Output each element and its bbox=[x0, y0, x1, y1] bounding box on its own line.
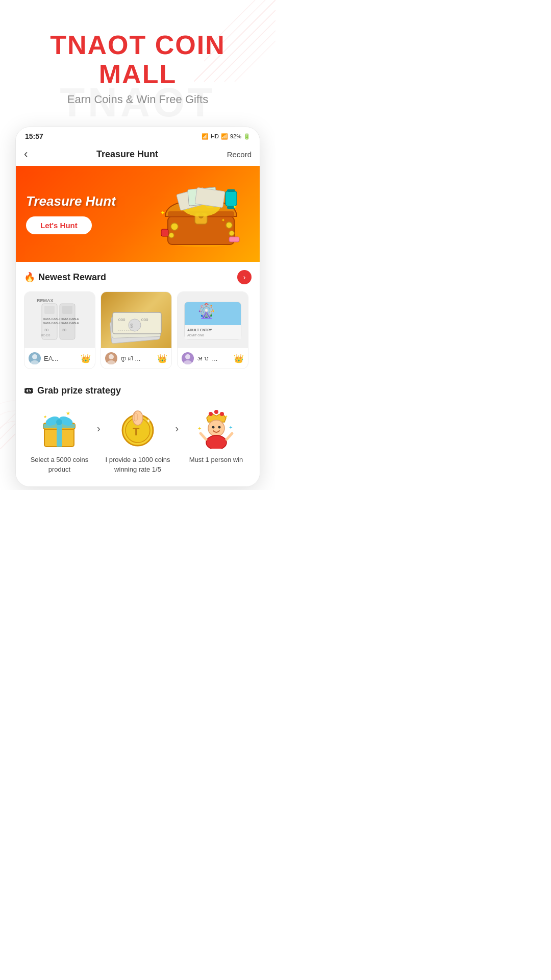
svg-point-80 bbox=[218, 426, 220, 429]
section-title: 🔥 Newest Reward bbox=[24, 272, 106, 283]
svg-rect-19 bbox=[227, 189, 235, 192]
fire-icon: 🔥 bbox=[24, 272, 35, 283]
top-section: TNAOT TNAOT COIN MALL Earn Coins & Win F… bbox=[0, 0, 276, 116]
user-avatar-1 bbox=[29, 352, 41, 364]
reward-image-money: 000 000 $ - - - - - - - - - bbox=[101, 292, 171, 348]
step-3-label: Must 1 person win bbox=[189, 455, 243, 464]
strategy-step-3: ✦ ✦ ✦ Must 1 person win bbox=[181, 408, 252, 464]
svg-point-49 bbox=[107, 360, 115, 364]
battery-icon: 🔋 bbox=[243, 133, 251, 140]
banner: Treasure Hunt Let's Hunt bbox=[16, 166, 260, 262]
svg-text:ADMIT ONE: ADMIT ONE bbox=[187, 334, 204, 337]
svg-text:🎡: 🎡 bbox=[197, 303, 215, 320]
ticket-product-image: 🎡 ADULT ENTRY ADMIT ONE bbox=[182, 295, 243, 346]
wifi-icon: 📶 bbox=[202, 133, 209, 140]
svg-text:DATA CABLE: DATA CABLE bbox=[43, 317, 61, 321]
svg-point-14 bbox=[171, 223, 178, 230]
battery-text: 92% bbox=[230, 133, 241, 139]
svg-line-83 bbox=[227, 433, 232, 439]
cable-product-image: REMAX DATA CABLE DATA CABLE 30 RC-120 DA… bbox=[34, 295, 85, 346]
svg-text:✦: ✦ bbox=[224, 414, 228, 419]
svg-point-79 bbox=[212, 426, 214, 429]
svg-text:DATA CABLE: DATA CABLE bbox=[61, 317, 79, 321]
svg-text:✦: ✦ bbox=[221, 218, 225, 223]
svg-text:✦: ✦ bbox=[229, 425, 233, 430]
svg-text:30: 30 bbox=[44, 328, 48, 332]
svg-point-76 bbox=[214, 410, 218, 414]
svg-point-58 bbox=[184, 360, 192, 364]
reward-card[interactable]: REMAX DATA CABLE DATA CABLE 30 RC-120 DA… bbox=[24, 291, 95, 369]
back-button[interactable]: ‹ bbox=[24, 148, 28, 161]
svg-text:★: ★ bbox=[43, 414, 47, 419]
step-2-icon: T ✦ bbox=[117, 408, 158, 449]
svg-text:ADULT ENTRY: ADULT ENTRY bbox=[187, 328, 212, 332]
step-arrow-1: › bbox=[97, 423, 101, 434]
svg-text:DATA CABLE: DATA CABLE bbox=[61, 322, 79, 325]
svg-point-15 bbox=[226, 222, 232, 228]
strategy-steps: ★ ★ Select a 5000 coins product › bbox=[24, 408, 252, 474]
nav-bar: ‹ Treasure Hunt Record bbox=[16, 143, 260, 166]
svg-point-75 bbox=[209, 412, 213, 416]
step-2-label: I provide a 1000 coins winning rate 1/5 bbox=[103, 455, 173, 474]
svg-text:T: T bbox=[133, 425, 140, 438]
svg-point-65 bbox=[56, 419, 62, 425]
step-1-icon: ★ ★ bbox=[39, 408, 80, 449]
status-bar: 15:57 📶 HD 📶 92% 🔋 bbox=[16, 127, 260, 143]
record-button[interactable]: Record bbox=[227, 150, 252, 159]
svg-rect-28 bbox=[44, 306, 55, 314]
svg-text:REMAX: REMAX bbox=[37, 298, 54, 303]
user-name-3: អែម ... bbox=[197, 355, 231, 362]
svg-point-39 bbox=[31, 360, 39, 364]
step-arrow-2: › bbox=[175, 423, 179, 434]
strategy-section: 🎟 Grab prize strategy bbox=[16, 375, 260, 486]
strategy-title: 🎟 Grab prize strategy bbox=[24, 385, 252, 396]
phone-mockup: 15:57 📶 HD 📶 92% 🔋 ‹ Treasure Hunt Recor… bbox=[15, 127, 260, 486]
app-title: TNAOT COIN MALL bbox=[10, 31, 265, 89]
hd-badge: HD bbox=[211, 133, 219, 139]
treasure-chest-image: ✦ ✦ ✦ bbox=[150, 178, 247, 250]
chevron-right-icon: › bbox=[243, 273, 246, 281]
app-subtitle: Earn Coins & Win Free Gifts bbox=[10, 93, 265, 106]
step-3-icon: ✦ ✦ ✦ bbox=[196, 408, 237, 449]
svg-line-82 bbox=[201, 433, 206, 439]
svg-point-48 bbox=[109, 354, 114, 359]
user-avatar-2 bbox=[105, 352, 117, 364]
gift-box-icon: ★ ★ bbox=[39, 409, 79, 449]
user-avatar-3 bbox=[182, 352, 194, 364]
svg-point-57 bbox=[185, 354, 190, 359]
svg-point-78 bbox=[208, 420, 224, 436]
bookmark-icon: 🎟 bbox=[24, 385, 33, 396]
newest-reward-label: Newest Reward bbox=[38, 272, 106, 283]
crown-icon-2: 👑 bbox=[157, 354, 167, 363]
reward-image-cable: REMAX DATA CABLE DATA CABLE 30 RC-120 DA… bbox=[24, 292, 95, 348]
svg-text:- - - - - - - - -: - - - - - - - - - bbox=[118, 329, 134, 332]
reward-user-3: អែម ... 👑 bbox=[178, 348, 248, 369]
banner-left: Treasure Hunt Let's Hunt bbox=[26, 193, 147, 234]
newest-reward-section: 🔥 Newest Reward › REMAX DATA CABLE DATA … bbox=[16, 262, 260, 375]
crown-icon-1: 👑 bbox=[81, 354, 91, 363]
svg-text:000: 000 bbox=[118, 317, 126, 322]
svg-text:$: $ bbox=[130, 323, 133, 329]
crown-icon-3: 👑 bbox=[234, 354, 244, 363]
more-button[interactable]: › bbox=[237, 270, 252, 284]
status-icons: 📶 HD 📶 92% 🔋 bbox=[202, 133, 251, 140]
reward-user-1: EA... 👑 bbox=[24, 348, 95, 369]
svg-text:✦: ✦ bbox=[197, 426, 202, 431]
status-time: 15:57 bbox=[25, 132, 43, 140]
svg-text:★: ★ bbox=[66, 410, 70, 416]
svg-text:000: 000 bbox=[141, 317, 148, 322]
user-name-2: យូតា ... bbox=[120, 355, 154, 362]
reward-card[interactable]: 🎡 ADULT ENTRY ADMIT ONE អែម ... 👑 bbox=[177, 291, 248, 369]
svg-rect-21 bbox=[161, 229, 168, 236]
svg-point-81 bbox=[206, 435, 227, 449]
reward-card[interactable]: 000 000 $ - - - - - - - - - យូតា ... 👑 bbox=[101, 291, 172, 369]
user-name-1: EA... bbox=[44, 355, 78, 362]
reward-image-ticket: 🎡 ADULT ENTRY ADMIT ONE bbox=[178, 292, 248, 348]
strategy-step-1: ★ ★ Select a 5000 coins product bbox=[24, 408, 95, 474]
svg-text:RC-120: RC-120 bbox=[41, 334, 50, 337]
svg-text:✦: ✦ bbox=[160, 209, 165, 216]
lets-hunt-button[interactable]: Let's Hunt bbox=[26, 216, 92, 234]
reward-user-2: យូតា ... 👑 bbox=[101, 348, 171, 369]
svg-text:30: 30 bbox=[62, 328, 66, 332]
strategy-title-label: Grab prize strategy bbox=[37, 385, 121, 396]
